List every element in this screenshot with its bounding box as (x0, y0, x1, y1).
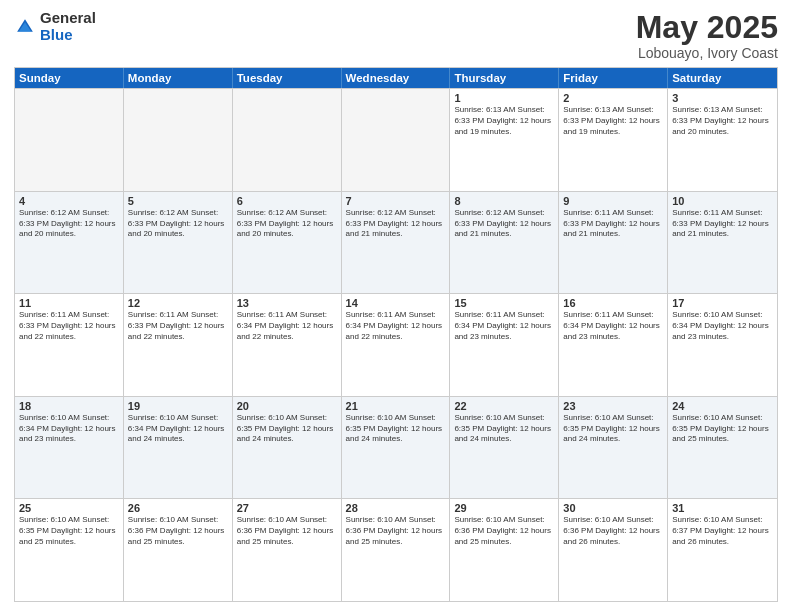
calendar-cell: 16Sunrise: 6:11 AM Sunset: 6:34 PM Dayli… (559, 294, 668, 396)
day-number: 18 (19, 400, 119, 412)
calendar-header-cell: Sunday (15, 68, 124, 88)
calendar-cell: 24Sunrise: 6:10 AM Sunset: 6:35 PM Dayli… (668, 397, 777, 499)
calendar-cell-empty (342, 89, 451, 191)
day-number: 6 (237, 195, 337, 207)
calendar-header-cell: Friday (559, 68, 668, 88)
day-info: Sunrise: 6:10 AM Sunset: 6:35 PM Dayligh… (454, 413, 554, 445)
logo-blue: Blue (40, 27, 96, 44)
day-info: Sunrise: 6:11 AM Sunset: 6:34 PM Dayligh… (454, 310, 554, 342)
day-info: Sunrise: 6:11 AM Sunset: 6:34 PM Dayligh… (237, 310, 337, 342)
day-number: 25 (19, 502, 119, 514)
calendar-cell: 3Sunrise: 6:13 AM Sunset: 6:33 PM Daylig… (668, 89, 777, 191)
day-number: 24 (672, 400, 773, 412)
day-number: 12 (128, 297, 228, 309)
logo-general: General (40, 10, 96, 27)
day-info: Sunrise: 6:11 AM Sunset: 6:34 PM Dayligh… (563, 310, 663, 342)
day-number: 29 (454, 502, 554, 514)
calendar-cell: 26Sunrise: 6:10 AM Sunset: 6:36 PM Dayli… (124, 499, 233, 601)
day-number: 27 (237, 502, 337, 514)
page: General Blue May 2025 Lobouayo, Ivory Co… (0, 0, 792, 612)
logo-text: General Blue (40, 10, 96, 43)
day-info: Sunrise: 6:10 AM Sunset: 6:36 PM Dayligh… (563, 515, 663, 547)
calendar-cell: 10Sunrise: 6:11 AM Sunset: 6:33 PM Dayli… (668, 192, 777, 294)
day-info: Sunrise: 6:13 AM Sunset: 6:33 PM Dayligh… (563, 105, 663, 137)
calendar-cell: 21Sunrise: 6:10 AM Sunset: 6:35 PM Dayli… (342, 397, 451, 499)
calendar-cell: 29Sunrise: 6:10 AM Sunset: 6:36 PM Dayli… (450, 499, 559, 601)
calendar-cell: 25Sunrise: 6:10 AM Sunset: 6:35 PM Dayli… (15, 499, 124, 601)
calendar-cell: 2Sunrise: 6:13 AM Sunset: 6:33 PM Daylig… (559, 89, 668, 191)
day-info: Sunrise: 6:10 AM Sunset: 6:35 PM Dayligh… (346, 413, 446, 445)
logo: General Blue (14, 10, 96, 43)
calendar-cell: 31Sunrise: 6:10 AM Sunset: 6:37 PM Dayli… (668, 499, 777, 601)
day-number: 8 (454, 195, 554, 207)
calendar-week: 1Sunrise: 6:13 AM Sunset: 6:33 PM Daylig… (15, 88, 777, 191)
day-info: Sunrise: 6:10 AM Sunset: 6:34 PM Dayligh… (128, 413, 228, 445)
day-info: Sunrise: 6:10 AM Sunset: 6:34 PM Dayligh… (19, 413, 119, 445)
day-info: Sunrise: 6:10 AM Sunset: 6:36 PM Dayligh… (128, 515, 228, 547)
day-info: Sunrise: 6:12 AM Sunset: 6:33 PM Dayligh… (19, 208, 119, 240)
calendar-header-row: SundayMondayTuesdayWednesdayThursdayFrid… (15, 68, 777, 88)
day-info: Sunrise: 6:11 AM Sunset: 6:33 PM Dayligh… (563, 208, 663, 240)
day-info: Sunrise: 6:12 AM Sunset: 6:33 PM Dayligh… (454, 208, 554, 240)
day-number: 26 (128, 502, 228, 514)
header: General Blue May 2025 Lobouayo, Ivory Co… (14, 10, 778, 61)
day-info: Sunrise: 6:10 AM Sunset: 6:35 PM Dayligh… (563, 413, 663, 445)
logo-icon (14, 16, 36, 38)
day-info: Sunrise: 6:10 AM Sunset: 6:34 PM Dayligh… (672, 310, 773, 342)
calendar-cell: 22Sunrise: 6:10 AM Sunset: 6:35 PM Dayli… (450, 397, 559, 499)
day-info: Sunrise: 6:11 AM Sunset: 6:33 PM Dayligh… (672, 208, 773, 240)
calendar-cell: 12Sunrise: 6:11 AM Sunset: 6:33 PM Dayli… (124, 294, 233, 396)
calendar-cell: 14Sunrise: 6:11 AM Sunset: 6:34 PM Dayli… (342, 294, 451, 396)
day-number: 13 (237, 297, 337, 309)
day-info: Sunrise: 6:10 AM Sunset: 6:36 PM Dayligh… (454, 515, 554, 547)
calendar-cell: 13Sunrise: 6:11 AM Sunset: 6:34 PM Dayli… (233, 294, 342, 396)
day-info: Sunrise: 6:10 AM Sunset: 6:36 PM Dayligh… (237, 515, 337, 547)
day-number: 10 (672, 195, 773, 207)
calendar-cell-empty (124, 89, 233, 191)
calendar-cell: 30Sunrise: 6:10 AM Sunset: 6:36 PM Dayli… (559, 499, 668, 601)
calendar-cell: 7Sunrise: 6:12 AM Sunset: 6:33 PM Daylig… (342, 192, 451, 294)
day-number: 1 (454, 92, 554, 104)
day-info: Sunrise: 6:12 AM Sunset: 6:33 PM Dayligh… (346, 208, 446, 240)
calendar-cell: 11Sunrise: 6:11 AM Sunset: 6:33 PM Dayli… (15, 294, 124, 396)
calendar: SundayMondayTuesdayWednesdayThursdayFrid… (14, 67, 778, 602)
calendar-body: 1Sunrise: 6:13 AM Sunset: 6:33 PM Daylig… (15, 88, 777, 601)
main-title: May 2025 (636, 10, 778, 45)
calendar-cell: 20Sunrise: 6:10 AM Sunset: 6:35 PM Dayli… (233, 397, 342, 499)
day-number: 17 (672, 297, 773, 309)
calendar-week: 25Sunrise: 6:10 AM Sunset: 6:35 PM Dayli… (15, 498, 777, 601)
calendar-cell: 6Sunrise: 6:12 AM Sunset: 6:33 PM Daylig… (233, 192, 342, 294)
calendar-cell: 15Sunrise: 6:11 AM Sunset: 6:34 PM Dayli… (450, 294, 559, 396)
day-info: Sunrise: 6:12 AM Sunset: 6:33 PM Dayligh… (128, 208, 228, 240)
calendar-cell: 17Sunrise: 6:10 AM Sunset: 6:34 PM Dayli… (668, 294, 777, 396)
calendar-cell: 18Sunrise: 6:10 AM Sunset: 6:34 PM Dayli… (15, 397, 124, 499)
calendar-cell: 19Sunrise: 6:10 AM Sunset: 6:34 PM Dayli… (124, 397, 233, 499)
day-number: 19 (128, 400, 228, 412)
day-info: Sunrise: 6:12 AM Sunset: 6:33 PM Dayligh… (237, 208, 337, 240)
day-number: 23 (563, 400, 663, 412)
day-number: 7 (346, 195, 446, 207)
calendar-cell: 28Sunrise: 6:10 AM Sunset: 6:36 PM Dayli… (342, 499, 451, 601)
calendar-header-cell: Wednesday (342, 68, 451, 88)
subtitle: Lobouayo, Ivory Coast (636, 45, 778, 61)
day-number: 28 (346, 502, 446, 514)
day-number: 15 (454, 297, 554, 309)
day-info: Sunrise: 6:10 AM Sunset: 6:35 PM Dayligh… (19, 515, 119, 547)
day-info: Sunrise: 6:13 AM Sunset: 6:33 PM Dayligh… (672, 105, 773, 137)
day-number: 30 (563, 502, 663, 514)
day-number: 14 (346, 297, 446, 309)
calendar-header-cell: Thursday (450, 68, 559, 88)
calendar-cell: 23Sunrise: 6:10 AM Sunset: 6:35 PM Dayli… (559, 397, 668, 499)
calendar-cell: 9Sunrise: 6:11 AM Sunset: 6:33 PM Daylig… (559, 192, 668, 294)
calendar-cell: 5Sunrise: 6:12 AM Sunset: 6:33 PM Daylig… (124, 192, 233, 294)
calendar-cell: 27Sunrise: 6:10 AM Sunset: 6:36 PM Dayli… (233, 499, 342, 601)
day-number: 16 (563, 297, 663, 309)
day-number: 21 (346, 400, 446, 412)
calendar-week: 18Sunrise: 6:10 AM Sunset: 6:34 PM Dayli… (15, 396, 777, 499)
day-number: 3 (672, 92, 773, 104)
day-info: Sunrise: 6:11 AM Sunset: 6:33 PM Dayligh… (19, 310, 119, 342)
day-info: Sunrise: 6:10 AM Sunset: 6:36 PM Dayligh… (346, 515, 446, 547)
day-info: Sunrise: 6:10 AM Sunset: 6:35 PM Dayligh… (672, 413, 773, 445)
day-number: 4 (19, 195, 119, 207)
calendar-week: 4Sunrise: 6:12 AM Sunset: 6:33 PM Daylig… (15, 191, 777, 294)
